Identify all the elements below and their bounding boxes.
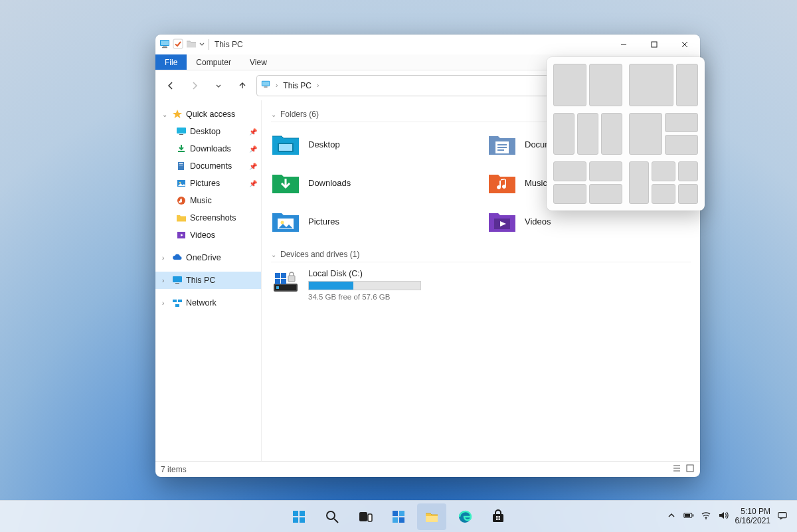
chevron-right-icon[interactable]: › xyxy=(162,254,169,262)
svg-rect-27 xyxy=(175,283,179,284)
tray-overflow-icon[interactable] xyxy=(666,510,677,523)
window-maximize-button[interactable] xyxy=(639,35,669,54)
tray-wifi-icon[interactable] xyxy=(701,510,711,523)
sidebar-item-pictures[interactable]: Pictures 📌 xyxy=(155,175,261,192)
sidebar-item-desktop[interactable]: Desktop 📌 xyxy=(155,123,261,140)
downloads-folder-icon xyxy=(271,169,300,196)
downloads-icon xyxy=(175,143,187,155)
svg-rect-34 xyxy=(497,144,507,145)
navigation-pane: ⌄ Quick access Desktop 📌 Downloads 📌 xyxy=(155,100,262,461)
drive-free-text: 34.5 GB free of 57.6 GB xyxy=(308,293,421,301)
desktop-icon xyxy=(175,126,187,137)
tray-clock[interactable]: 5:10 PM 6/16/2021 xyxy=(735,507,770,526)
svg-rect-18 xyxy=(178,162,184,170)
snap-layout-center-big[interactable] xyxy=(629,161,698,204)
star-icon xyxy=(171,108,183,120)
status-view-details-icon[interactable] xyxy=(672,464,681,475)
explorer-folder-qat-icon[interactable] xyxy=(186,39,197,51)
breadcrumb-chevron-icon[interactable]: › xyxy=(317,82,319,89)
svg-point-22 xyxy=(179,182,181,183)
ribbon-tab-computer[interactable]: Computer xyxy=(187,54,240,70)
snap-layout-two-columns[interactable] xyxy=(553,64,622,106)
window-minimize-button[interactable] xyxy=(608,35,639,54)
svg-rect-74 xyxy=(692,514,693,516)
drive-name: Local Disk (C:) xyxy=(308,269,421,278)
folder-item-downloads[interactable]: Downloads xyxy=(271,167,474,198)
taskbar-widgets-button[interactable] xyxy=(384,503,413,530)
svg-rect-3 xyxy=(162,47,167,48)
sidebar-this-pc[interactable]: › This PC xyxy=(155,272,261,289)
folder-item-videos[interactable]: Videos xyxy=(487,206,691,236)
snap-layout-three-columns[interactable] xyxy=(553,113,622,155)
taskbar-store[interactable] xyxy=(484,503,513,530)
svg-rect-52 xyxy=(687,465,693,472)
snap-layout-left-tall-right-split[interactable] xyxy=(629,113,698,155)
status-view-large-icon[interactable] xyxy=(685,464,695,475)
sidebar-item-documents[interactable]: Documents 📌 xyxy=(155,157,261,175)
taskbar-taskview-button[interactable] xyxy=(351,503,380,530)
taskbar-file-explorer[interactable] xyxy=(417,503,446,530)
svg-rect-64 xyxy=(399,517,404,523)
sidebar-item-videos[interactable]: Videos xyxy=(155,226,261,244)
nav-forward-button[interactable] xyxy=(185,76,205,96)
svg-rect-46 xyxy=(275,279,280,284)
folder-item-label: Desktop xyxy=(308,139,340,149)
svg-rect-29 xyxy=(178,300,182,302)
ribbon-tab-view[interactable]: View xyxy=(240,54,276,70)
sidebar-item-screenshots[interactable]: Screenshots xyxy=(155,209,261,226)
snap-layout-big-left[interactable] xyxy=(629,64,698,106)
taskbar-search-button[interactable] xyxy=(317,503,347,530)
svg-rect-54 xyxy=(300,511,305,516)
svg-rect-48 xyxy=(288,276,295,282)
sidebar-onedrive[interactable]: › OneDrive xyxy=(155,249,261,266)
svg-rect-76 xyxy=(778,512,786,517)
chevron-down-icon: ⌄ xyxy=(271,251,276,258)
tray-volume-icon[interactable] xyxy=(718,510,729,523)
sidebar-item-label: Downloads xyxy=(190,144,246,153)
snap-layout-quadrants[interactable] xyxy=(553,161,622,204)
taskbar-edge[interactable] xyxy=(450,503,480,530)
sidebar-item-music[interactable]: Music xyxy=(155,192,261,209)
chevron-right-icon[interactable]: › xyxy=(162,300,169,307)
drive-item-local-c[interactable]: Local Disk (C:) 34.5 GB free of 57.6 GB xyxy=(271,269,691,301)
tray-notifications-icon[interactable] xyxy=(777,511,789,523)
sidebar-item-label: Documents xyxy=(190,161,246,171)
folder-item-desktop[interactable]: Desktop xyxy=(271,129,474,159)
window-titlebar[interactable]: This PC xyxy=(155,35,700,54)
nav-up-button[interactable] xyxy=(232,76,252,96)
chevron-right-icon[interactable]: › xyxy=(162,277,169,284)
svg-rect-43 xyxy=(276,286,279,289)
svg-rect-28 xyxy=(173,300,177,302)
ribbon-tab-file[interactable]: File xyxy=(155,54,187,70)
svg-rect-65 xyxy=(426,516,438,522)
chevron-down-icon[interactable]: ⌄ xyxy=(162,111,169,118)
group-header-drives[interactable]: ⌄ Devices and drives (1) xyxy=(271,247,691,262)
group-header-label: Folders (6) xyxy=(280,110,319,119)
sidebar-quick-access[interactable]: ⌄ Quick access xyxy=(155,106,261,123)
folder-item-pictures[interactable]: Pictures xyxy=(271,206,474,236)
nav-recent-dropdown[interactable] xyxy=(209,76,228,96)
pin-icon: 📌 xyxy=(249,128,257,135)
snap-layouts-popup xyxy=(547,57,705,211)
window-close-button[interactable] xyxy=(669,35,700,54)
svg-rect-60 xyxy=(368,514,372,521)
tray-battery-icon[interactable] xyxy=(683,510,694,523)
svg-rect-4 xyxy=(173,39,183,48)
group-header-label: Devices and drives (1) xyxy=(280,250,359,259)
svg-line-58 xyxy=(334,519,338,523)
svg-rect-55 xyxy=(293,517,298,523)
svg-rect-11 xyxy=(264,87,267,88)
sidebar-network[interactable]: › Network xyxy=(155,294,261,311)
breadcrumb-chevron-icon[interactable]: › xyxy=(276,82,278,89)
breadcrumb-root[interactable]: This PC xyxy=(283,81,311,90)
nav-back-button[interactable] xyxy=(161,76,181,96)
music-icon xyxy=(175,195,187,207)
pictures-folder-icon xyxy=(271,208,300,234)
pin-icon: 📌 xyxy=(249,145,257,153)
properties-qat-icon[interactable] xyxy=(173,39,183,51)
qat-dropdown-icon[interactable] xyxy=(199,40,205,49)
sidebar-item-label: Desktop xyxy=(190,127,246,136)
sidebar-item-downloads[interactable]: Downloads 📌 xyxy=(155,140,261,157)
svg-rect-16 xyxy=(179,134,183,135)
taskbar-start-button[interactable] xyxy=(284,503,313,530)
